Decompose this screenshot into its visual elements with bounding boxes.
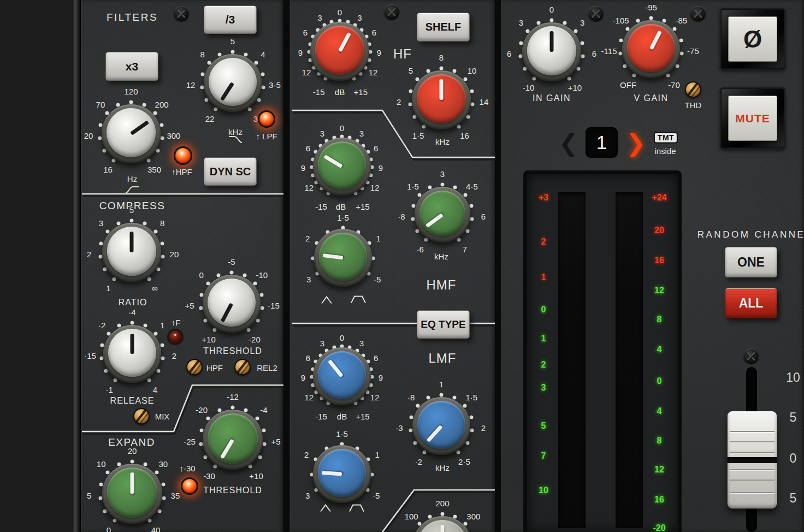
eq-type-button[interactable]: EQ TYPE bbox=[417, 310, 470, 339]
lmf-gain-knob-scale-label: 9 bbox=[379, 373, 383, 382]
dyn-sc-button[interactable]: DYN SC bbox=[204, 157, 257, 186]
v-gain-knob-tick bbox=[680, 51, 684, 55]
expand-threshold-knob[interactable] bbox=[203, 410, 263, 470]
fader-scale-label: 10 bbox=[786, 370, 800, 385]
hmf-gain-knob[interactable] bbox=[313, 138, 371, 196]
expand-threshold-knob-scale-label: +5 bbox=[271, 436, 280, 446]
hmf-q-knob-scale-label: 3 bbox=[306, 275, 311, 284]
lmf-q-knob[interactable] bbox=[313, 445, 371, 503]
comp-release-knob-pointer bbox=[131, 334, 134, 354]
comp-ratio-knob-tick bbox=[130, 219, 134, 223]
random-one-button[interactable]: ONE bbox=[725, 247, 777, 277]
fader-center-line bbox=[728, 457, 777, 463]
hpf-led bbox=[174, 146, 192, 165]
comp-threshold-knob[interactable] bbox=[203, 275, 261, 333]
panel-screw bbox=[690, 6, 706, 21]
lmf-freq-knob-tick bbox=[470, 428, 474, 432]
comp-hpf-toggle[interactable] bbox=[186, 359, 203, 375]
fader-groove bbox=[730, 452, 775, 453]
comp-threshold-knob-scale-label: +10 bbox=[202, 334, 215, 344]
div3-button[interactable]: /3 bbox=[204, 5, 257, 34]
hf-gain-knob-scale-label: 12 bbox=[302, 68, 311, 77]
meter-scale-right: 20 bbox=[654, 226, 664, 235]
comp-release-knob-tick bbox=[99, 356, 103, 360]
hmf-gain-knob-scale-label: 6 bbox=[374, 143, 378, 152]
fast-attack-led-label: ↑F bbox=[172, 318, 181, 327]
lmf-freq-knob[interactable] bbox=[412, 397, 470, 455]
shelf-button[interactable]: SHELF bbox=[417, 13, 470, 42]
comp-rel2-toggle[interactable] bbox=[234, 359, 251, 375]
lpf-led bbox=[258, 110, 275, 128]
comp-ratio-knob-scale-label: 1 bbox=[106, 283, 110, 293]
hmf-freq-knob[interactable] bbox=[415, 187, 470, 243]
expand-threshold-knob-tick bbox=[263, 442, 267, 446]
fader-handle[interactable] bbox=[728, 411, 777, 509]
ratio-caption: RATIO bbox=[119, 298, 147, 308]
expand-ratio-knob[interactable] bbox=[102, 464, 162, 524]
lmf-gain-knob[interactable] bbox=[313, 347, 371, 405]
v-gain-knob[interactable] bbox=[622, 20, 680, 78]
v-gain-knob-scale-label: -75 bbox=[687, 46, 699, 55]
comp-mix-toggle[interactable] bbox=[133, 408, 150, 424]
meter-scale-right: 12 bbox=[654, 465, 664, 475]
lpf-freq-knob-body bbox=[209, 58, 257, 106]
x3-button[interactable]: x3 bbox=[105, 52, 158, 81]
channel-next-button[interactable]: ❯ bbox=[626, 131, 646, 155]
random-all-button[interactable]: ALL bbox=[725, 288, 777, 318]
hmf-q-knob[interactable] bbox=[314, 229, 372, 287]
comp-threshold-knob-scale-label: +5 bbox=[185, 300, 194, 310]
comp-threshold-knob-scale-label: -20 bbox=[249, 334, 261, 344]
comp-threshold-knob-scale-label: -15 bbox=[268, 300, 280, 310]
hpf-freq-knob[interactable] bbox=[102, 104, 161, 163]
hpf-freq-knob-scale-label: 16 bbox=[103, 165, 113, 174]
lmf-gain-knob-scale-label: 9 bbox=[301, 373, 305, 382]
lmf-freq-knob-scale-label: 2 bbox=[481, 423, 486, 432]
tmt-inside-label: inside bbox=[654, 146, 676, 156]
comp-release-knob[interactable] bbox=[103, 325, 161, 383]
lf-freq-knob-pointer bbox=[441, 525, 445, 532]
in-gain-knob-scale-label: 0 bbox=[549, 5, 554, 14]
comp-ratio-knob-scale-label: 20 bbox=[170, 249, 179, 258]
hf-gain-knob-scale-label: 6 bbox=[372, 28, 376, 37]
comp-release-knob-scale-label: ·4 bbox=[128, 308, 135, 317]
in-gain-knob-tick bbox=[550, 19, 554, 22]
mute-button-face: MUTE bbox=[729, 96, 777, 140]
hpf-slope-icon bbox=[125, 185, 140, 196]
lmf-q-knob-scale-label: 1 bbox=[375, 450, 380, 459]
channel-prev-button[interactable]: ❮ bbox=[559, 131, 579, 155]
hmf-gain-knob-scale-label: 0 bbox=[340, 123, 344, 133]
hpf-unit-label: Hz bbox=[127, 174, 137, 184]
phase-button[interactable]: Ø bbox=[720, 8, 785, 70]
comp-rel2-toggle-label: REL2 bbox=[257, 363, 277, 373]
hmf-gain-knob-scale-label: 3 bbox=[320, 128, 324, 138]
hmf-band-label: HMF bbox=[427, 277, 457, 293]
expand-30-led bbox=[181, 477, 198, 495]
hf-freq-knob[interactable] bbox=[412, 70, 471, 129]
hf-gain-knob-scale-label: 9 bbox=[377, 48, 381, 57]
left-background-strip bbox=[0, 0, 72, 532]
comp-ratio-knob-tick bbox=[161, 255, 165, 259]
lmf-q-knob-scale-label: 2 bbox=[304, 450, 309, 459]
lmf-gain-knob-scale-label: 6 bbox=[374, 353, 378, 362]
comp-release-knob-scale-label: ·15 bbox=[84, 351, 96, 360]
hmf-gain-knob-scale-label: +15 bbox=[356, 202, 369, 211]
hmf-gain-knob-scale-label: 9 bbox=[301, 163, 305, 172]
lpf-freq-knob[interactable] bbox=[204, 54, 262, 112]
hpf-freq-knob-scale-label: 20 bbox=[84, 131, 93, 140]
mute-button[interactable]: MUTE bbox=[720, 87, 785, 149]
hf-gain-knob[interactable] bbox=[310, 22, 369, 81]
lmf-freq-knob-scale-label: 1 bbox=[439, 380, 444, 389]
mute-button-label: MUTE bbox=[735, 112, 770, 125]
comp-release-knob-scale-label: 4 bbox=[153, 385, 157, 394]
expand-ratio-knob-tick bbox=[98, 496, 102, 500]
section-title-filters: FILTERS bbox=[107, 11, 158, 23]
thd-toggle[interactable] bbox=[685, 81, 701, 98]
expand-30-led-label: ↑-30 bbox=[179, 464, 195, 473]
lmf-q-knob-scale-label: 1·5 bbox=[336, 429, 348, 439]
v-gain-knob-tick bbox=[618, 51, 622, 55]
lmf-freq-knob-body bbox=[417, 401, 465, 449]
in-gain-knob[interactable] bbox=[522, 22, 581, 81]
comp-ratio-knob[interactable] bbox=[102, 223, 161, 282]
lf-freq-knob[interactable] bbox=[412, 516, 472, 532]
hf-db-unit: dB bbox=[335, 87, 345, 97]
